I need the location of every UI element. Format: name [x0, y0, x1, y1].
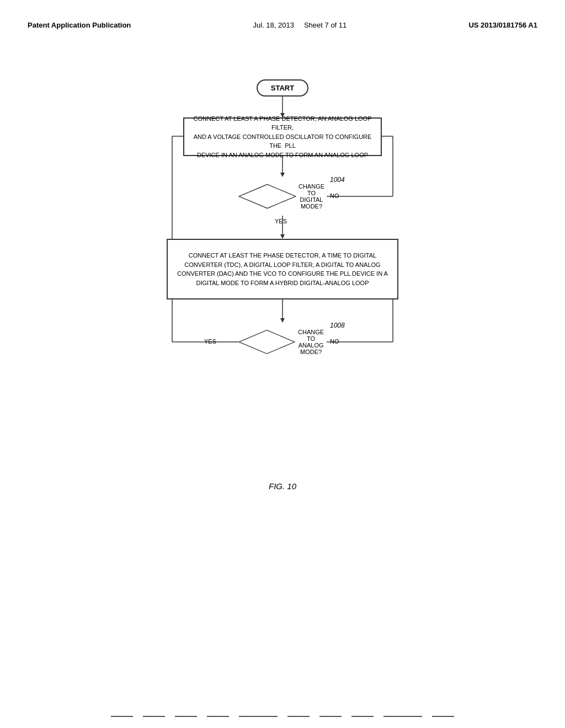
node-1008-text: CHANGE TOANALOG MODE?: [295, 329, 327, 355]
svg-marker-20: [239, 184, 295, 208]
yes-1008: YES: [204, 338, 216, 345]
no-1004: NO: [330, 192, 339, 199]
header-date: Jul. 18, 2013: [253, 21, 294, 29]
node-1008: CHANGE TOANALOG MODE?: [238, 323, 327, 361]
dash-2: [143, 716, 165, 717]
dash-5: [239, 716, 278, 717]
header-date-sheet: Jul. 18, 2013 Sheet 7 of 11: [253, 21, 347, 29]
figure-caption: FIG. 10: [269, 481, 296, 491]
dash-6: [287, 716, 310, 717]
svg-marker-11: [280, 318, 285, 323]
dash-1: [111, 716, 133, 717]
node-1002-text: CONNECT AT LEAST A PHASE DETECTOR, AN AN…: [193, 114, 372, 160]
yes-1004: YES: [275, 218, 287, 224]
start-label: START: [257, 79, 308, 97]
dash-7: [319, 716, 342, 717]
start-node: START: [238, 78, 327, 98]
node-1002: CONNECT AT LEAST A PHASE DETECTOR, AN AN…: [183, 117, 382, 156]
svg-marker-5: [280, 234, 285, 239]
patent-page: Patent Application Publication Jul. 18, …: [0, 0, 565, 728]
node-1004: CHANGE TODIGITAL MODE?: [238, 177, 327, 216]
step-1008-label: 1008: [330, 322, 345, 329]
node-1004-text: CHANGE TODIGITAL MODE?: [296, 183, 327, 210]
diamond-1004-shape: [238, 177, 296, 216]
page-header: Patent Application Publication Jul. 18, …: [22, 11, 543, 35]
dash-3: [175, 716, 197, 717]
diamond-1008-shape: [238, 323, 295, 361]
dash-9: [383, 716, 422, 717]
step-1004-label: 1004: [330, 176, 345, 184]
dash-4: [207, 716, 229, 717]
dash-8: [351, 716, 374, 717]
no-1008: NO: [330, 338, 339, 345]
node-1006-text: CONNECT AT LEAST THE PHASE DETECTOR, A T…: [177, 251, 388, 287]
flowchart: START 1002 CONNECT AT LEAST A PHASE DETE…: [111, 68, 454, 465]
footer-dashes: [0, 716, 565, 717]
header-right: US 2013/0181756 A1: [468, 21, 537, 29]
header-left: Patent Application Publication: [28, 21, 131, 29]
svg-marker-3: [280, 173, 285, 177]
figure-area: START 1002 CONNECT AT LEAST A PHASE DETE…: [22, 68, 543, 491]
node-1006: CONNECT AT LEAST THE PHASE DETECTOR, A T…: [167, 239, 398, 299]
dash-10: [432, 716, 454, 717]
header-sheet: Sheet 7 of 11: [304, 21, 347, 29]
svg-marker-21: [239, 330, 295, 354]
